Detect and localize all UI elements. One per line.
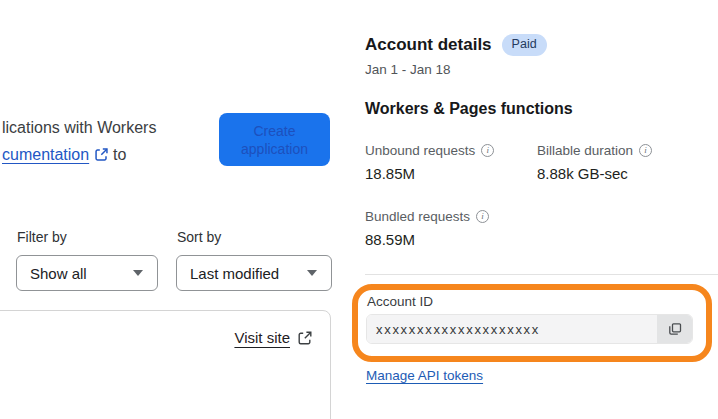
sort-dropdown[interactable]: Last modified xyxy=(176,255,332,291)
visit-site-link[interactable]: Visit site xyxy=(234,329,313,346)
metric-bundled-requests: Bundled requests i 88.59M xyxy=(365,209,535,248)
plan-badge: Paid xyxy=(502,34,547,56)
section-divider xyxy=(365,274,718,275)
functions-section-title: Workers & Pages functions xyxy=(365,100,573,118)
metric-value: 8.88k GB-sec xyxy=(537,165,707,182)
billing-date-range: Jan 1 - Jan 18 xyxy=(365,62,451,77)
metric-label: Billable duration xyxy=(537,143,633,158)
intro-line-2-suffix: to xyxy=(109,146,127,163)
info-icon[interactable]: i xyxy=(476,210,489,223)
info-icon[interactable]: i xyxy=(639,144,652,157)
metric-label-row: Bundled requests i xyxy=(365,209,535,224)
intro-line-1: lications with Workers xyxy=(2,114,156,141)
filter-by-label: Filter by xyxy=(17,229,67,245)
project-card: Visit site xyxy=(0,310,331,419)
metric-value: 18.85M xyxy=(365,165,535,182)
metric-label-row: Unbound requests i xyxy=(365,143,535,158)
account-id-group: xxxxxxxxxxxxxxxxxxxx xyxy=(366,314,693,344)
documentation-link[interactable]: cumentation xyxy=(2,146,89,163)
intro-text: lications with Workers cumentation to xyxy=(2,114,156,168)
intro-line-1-text: lications with Workers xyxy=(2,119,156,136)
metric-billable-duration: Billable duration i 8.88k GB-sec xyxy=(537,143,707,182)
account-details-header: Account details Paid xyxy=(365,34,547,56)
account-id-field[interactable]: xxxxxxxxxxxxxxxxxxxx xyxy=(367,315,657,343)
filter-dropdown[interactable]: Show all xyxy=(16,255,158,291)
info-icon[interactable]: i xyxy=(481,144,494,157)
intro-line-2: cumentation to xyxy=(2,141,156,168)
metric-label-row: Billable duration i xyxy=(537,143,707,158)
metric-label: Bundled requests xyxy=(365,209,470,224)
copy-button[interactable] xyxy=(657,315,692,343)
external-link-icon xyxy=(297,330,313,346)
metric-label: Unbound requests xyxy=(365,143,475,158)
visit-site-label: Visit site xyxy=(234,329,290,346)
metric-value: 88.59M xyxy=(365,231,535,248)
chevron-down-icon xyxy=(307,270,317,276)
create-application-label: Create application xyxy=(229,122,321,158)
external-link-icon xyxy=(94,147,109,162)
metric-unbound-requests: Unbound requests i 18.85M xyxy=(365,143,535,182)
copy-icon xyxy=(667,321,683,337)
create-application-button[interactable]: Create application xyxy=(219,113,330,166)
sort-dropdown-value: Last modified xyxy=(190,265,307,282)
account-id-label: Account ID xyxy=(367,294,433,309)
sort-by-label: Sort by xyxy=(177,229,221,245)
filter-dropdown-value: Show all xyxy=(30,265,133,282)
chevron-down-icon xyxy=(133,270,143,276)
account-details-title: Account details xyxy=(365,35,492,55)
manage-api-tokens-link[interactable]: Manage API tokens xyxy=(366,368,483,383)
